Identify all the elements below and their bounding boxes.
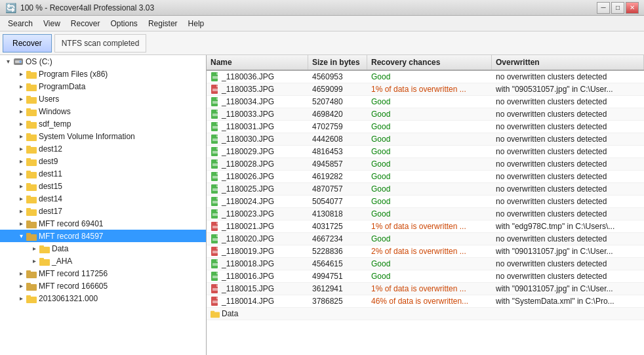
expand-btn-sysvolinfo[interactable]: ▸ xyxy=(16,131,26,142)
expand-btn-data1[interactable]: ▸ xyxy=(29,243,39,254)
cell-recovery: 1% of data is overwritten ... xyxy=(367,220,492,232)
file-name: _1180034.JPG xyxy=(222,97,274,106)
tree-item-sysvolinfo[interactable]: ▸System Volume Information xyxy=(0,130,206,142)
expand-btn-programdata[interactable]: ▸ xyxy=(16,81,26,92)
table-row[interactable]: _1180014.JPG378682546% of data is overwr… xyxy=(207,295,644,308)
tree-item-dest17[interactable]: ▸dest17 xyxy=(0,205,206,217)
svg-rect-12 xyxy=(26,121,31,123)
table-row[interactable]: _1180018.JPG4564615Goodno overwritten cl… xyxy=(207,258,644,270)
file-icon xyxy=(211,96,220,107)
tree-item-mft166605[interactable]: ▸MFT record 166605 xyxy=(0,280,206,292)
tree-item-programdata[interactable]: ▸ProgramData xyxy=(0,80,206,93)
cell-size: 4698420 xyxy=(308,108,367,120)
table-row[interactable]: _1180024.JPG5054077Goodno overwritten cl… xyxy=(207,196,644,208)
menu-search[interactable]: Search xyxy=(3,18,38,30)
cell-recovery: Good xyxy=(367,133,492,145)
expand-btn-mft84597[interactable]: ▾ xyxy=(16,231,26,241)
cell-size: 4994751 xyxy=(308,270,367,282)
cell-overwritten: no overwritten clusters detected xyxy=(492,146,644,157)
expand-btn-rec2013[interactable]: ▸ xyxy=(16,293,26,304)
tree-item-programfiles[interactable]: ▸Program Files (x86) xyxy=(0,68,206,80)
tree-item-rec2013[interactable]: ▸2013061321.000 xyxy=(0,292,206,304)
expand-btn-dest17[interactable]: ▸ xyxy=(16,206,26,217)
table-row[interactable]: _1180016.JPG4994751Goodno overwritten cl… xyxy=(207,270,644,283)
menu-options[interactable]: Options xyxy=(106,18,143,30)
expand-btn-windows[interactable]: ▸ xyxy=(16,106,26,117)
table-row[interactable]: _1180019.JPG52288362% of data is overwri… xyxy=(207,245,644,258)
table-row[interactable]: _1180025.JPG4870757Goodno overwritten cl… xyxy=(207,183,644,196)
file-icon xyxy=(211,234,220,244)
tree-item-mft84597[interactable]: ▾MFT record 84597 xyxy=(0,230,206,242)
tree-item-dest14[interactable]: ▸dest14 xyxy=(0,192,206,205)
cell-name: _1180036.JPG xyxy=(207,71,308,83)
expand-btn-aha[interactable]: ▸ xyxy=(29,256,39,266)
tree-item-dest11[interactable]: ▸dest11 xyxy=(0,167,206,180)
expand-btn-dest12[interactable]: ▸ xyxy=(16,144,26,154)
svg-marker-102 xyxy=(216,259,219,262)
folder-icon-mft117256 xyxy=(26,269,37,278)
table-row[interactable]: _1180023.JPG4130818Goodno overwritten cl… xyxy=(207,208,644,220)
tree-item-dest15[interactable]: ▸dest15 xyxy=(0,180,206,192)
expand-btn-dest15[interactable]: ▸ xyxy=(16,181,26,192)
tree-label-sysvolinfo: System Volume Information xyxy=(39,132,135,141)
tree-item-os[interactable]: ▾OS (C:) xyxy=(0,55,206,68)
menu-register[interactable]: Register xyxy=(143,18,183,30)
recover-button[interactable]: Recover xyxy=(3,34,52,52)
expand-btn-dest9[interactable]: ▸ xyxy=(16,156,26,167)
table-row[interactable]: Data xyxy=(207,308,644,320)
file-icon xyxy=(211,209,220,219)
svg-marker-82 xyxy=(216,197,219,199)
tree-item-data1[interactable]: ▸Data xyxy=(0,242,206,255)
table-row[interactable]: _1180015.JPG36129411% of data is overwri… xyxy=(207,283,644,295)
folder-icon-mft166605 xyxy=(26,282,37,291)
expand-btn-mft166605[interactable]: ▸ xyxy=(16,281,26,291)
table-row[interactable]: _1180021.JPG40317251% of data is overwri… xyxy=(207,220,644,233)
menu-view[interactable]: View xyxy=(38,18,66,30)
expand-btn-sdf_temp[interactable]: ▸ xyxy=(16,119,26,129)
cell-recovery: 46% of data is overwritten... xyxy=(367,295,492,307)
table-row[interactable]: _1180026.JPG4619282Goodno overwritten cl… xyxy=(207,171,644,183)
menu-recover[interactable]: Recover xyxy=(66,18,106,30)
tree-item-mft117256[interactable]: ▸MFT record 117256 xyxy=(0,267,206,280)
expand-btn-dest14[interactable]: ▸ xyxy=(16,194,26,204)
tree-item-sdf_temp[interactable]: ▸sdf_temp xyxy=(0,117,206,130)
table-row[interactable]: _1180031.JPG4702759Goodno overwritten cl… xyxy=(207,121,644,133)
maximize-button[interactable]: □ xyxy=(611,2,624,14)
file-name: _1180036.JPG xyxy=(222,72,274,81)
tree-label-os: OS (C:) xyxy=(26,57,52,66)
cell-size: 4442608 xyxy=(308,133,367,145)
expand-btn-mft117256[interactable]: ▸ xyxy=(16,268,26,279)
cell-overwritten xyxy=(492,308,644,320)
table-row[interactable]: _1180028.JPG4945857Goodno overwritten cl… xyxy=(207,158,644,171)
tree-panel[interactable]: ▾OS (C:)▸Program Files (x86)▸ProgramData… xyxy=(0,55,207,355)
tree-item-aha[interactable]: ▸_AHA xyxy=(0,255,206,267)
tree-item-windows[interactable]: ▸Windows xyxy=(0,105,206,117)
tree-item-dest9[interactable]: ▸dest9 xyxy=(0,155,206,167)
table-row[interactable]: _1180029.JPG4816453Goodno overwritten cl… xyxy=(207,146,644,158)
folder-icon-mft69401 xyxy=(26,219,37,228)
table-row[interactable]: _1180020.JPG4667234Goodno overwritten cl… xyxy=(207,233,644,245)
table-row[interactable]: _1180030.JPG4442608Goodno overwritten cl… xyxy=(207,133,644,146)
table-row[interactable]: _1180035.JPG46590991% of data is overwri… xyxy=(207,83,644,96)
table-row[interactable]: _1180036.JPG4560953Goodno overwritten cl… xyxy=(207,71,644,83)
table-row[interactable]: _1180034.JPG5207480Goodno overwritten cl… xyxy=(207,96,644,108)
expand-btn-os[interactable]: ▾ xyxy=(3,56,13,67)
minimize-button[interactable]: ─ xyxy=(597,2,610,14)
svg-rect-30 xyxy=(26,233,31,236)
svg-marker-110 xyxy=(216,284,219,287)
expand-btn-dest11[interactable]: ▸ xyxy=(16,169,26,179)
expand-btn-mft69401[interactable]: ▸ xyxy=(16,219,26,229)
expand-btn-programfiles[interactable]: ▸ xyxy=(16,69,26,79)
tree-item-users[interactable]: ▸Users xyxy=(0,93,206,105)
folder-icon-aha xyxy=(39,257,50,266)
expand-btn-users[interactable]: ▸ xyxy=(16,94,26,104)
cell-name: _1180023.JPG xyxy=(207,208,308,220)
tree-item-mft69401[interactable]: ▸MFT record 69401 xyxy=(0,217,206,230)
menu-help[interactable]: Help xyxy=(183,18,210,30)
tree-label-mft84597: MFT record 84597 xyxy=(39,232,104,241)
tree-item-dest12[interactable]: ▸dest12 xyxy=(0,142,206,155)
file-icon xyxy=(211,84,220,94)
close-button[interactable]: ✕ xyxy=(626,2,639,14)
table-row[interactable]: _1180033.JPG4698420Goodno overwritten cl… xyxy=(207,108,644,121)
grid-body[interactable]: _1180036.JPG4560953Goodno overwritten cl… xyxy=(207,71,644,355)
